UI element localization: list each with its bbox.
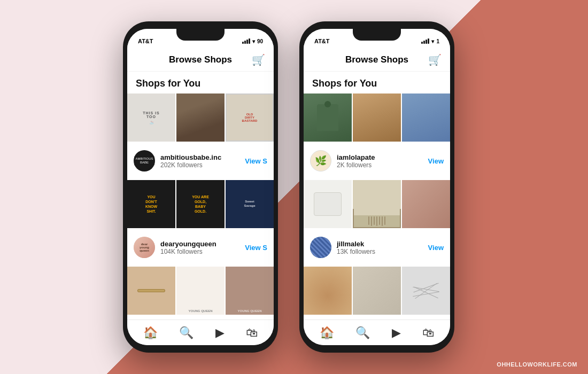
- header-title-left: Browse Shops: [169, 54, 232, 65]
- product-thumb-jeans: [402, 94, 450, 142]
- texture-visual: [353, 267, 401, 315]
- battery-right: 1: [436, 38, 439, 44]
- sweatshirt2-visual: YOU AREGOLD,BABYGOLD.: [176, 180, 225, 228]
- notch-right: [353, 29, 401, 41]
- product-thumb-texture: [353, 267, 401, 315]
- status-right-left: ▾ 90: [242, 38, 263, 44]
- cart-icon-right[interactable]: 🛒: [428, 53, 442, 66]
- product-thumb-sweatshirt1: YOUDON'TKNOWSHIT.: [127, 180, 175, 228]
- wifi-left: ▾: [252, 38, 255, 44]
- bottom-nav-right: 🏠 🔍 ▶ 🛍: [304, 320, 450, 345]
- avatar-text-ambitiousbabe: AMBITIOUSBABE: [134, 156, 154, 166]
- shop-followers-dearyoungqueen: 104K followers: [160, 248, 239, 255]
- hoodie-green-visual: [304, 94, 352, 142]
- nav-home-right[interactable]: 🏠: [315, 324, 338, 342]
- product-grid-jillmalek: [304, 180, 450, 228]
- shop-meta-ambitiousbabe: ambitiousbabe.inc 202K followers: [160, 153, 239, 169]
- product-thumb-sweatshirt2: YOU AREGOLD,BABYGOLD.: [176, 180, 225, 228]
- shop-followers-jillmalek: 13K followers: [337, 248, 423, 255]
- section-title-left: Shops for You: [127, 72, 274, 94]
- left-phone: AT&T ▾ 90 Browse Shops 🛒 Sh: [123, 21, 278, 353]
- shop-name-iamlolapate: iamlolapate: [337, 153, 423, 161]
- product-thumb-pillow: [304, 180, 352, 228]
- avatar-dearyoungqueen: dearyoungqueen: [134, 237, 155, 258]
- product-grid-ambitiousbabe: THIS IS TOO 🧦 OLDDIRTYBASTARD: [127, 94, 274, 142]
- view-shop-iamlolapate[interactable]: View: [428, 157, 444, 165]
- shop-info-ambitiousbabe: AMBITIOUSBABE ambitiousbabe.inc 202K fol…: [127, 146, 274, 176]
- cart-icon-left[interactable]: 🛒: [252, 53, 265, 66]
- product-thumb-bracelet: [127, 267, 175, 315]
- avatar-jillmalek: [310, 237, 331, 258]
- screen-right: AT&T ▾ 1 Browse Shops 🛒 Sho: [304, 29, 450, 345]
- signal-left: [242, 38, 250, 44]
- product-thumb-art: OLDDIRTYBASTARD: [226, 94, 274, 142]
- carrier-right: AT&T: [314, 38, 330, 44]
- fur-visual: [353, 94, 401, 142]
- nav-shop-right[interactable]: 🛍: [418, 324, 438, 342]
- nav-search-right[interactable]: 🔍: [351, 324, 374, 342]
- app-header-left: Browse Shops 🛒: [127, 48, 274, 72]
- product-thumb-hoodie-navy: SweetSavage: [226, 180, 274, 228]
- woven-visual: [402, 180, 450, 228]
- section-title-right: Shops for You: [304, 72, 450, 94]
- product-grid-jillmalek-bottom: [304, 267, 450, 315]
- product-thumb-woven: [402, 180, 450, 228]
- app-header-right: Browse Shops 🛒: [304, 48, 450, 72]
- product-thumb-people: YOUNG QUEEN: [226, 267, 274, 315]
- header-title-right: Browse Shops: [345, 54, 408, 65]
- status-right-right: ▾ 1: [421, 38, 439, 44]
- avatar-iamlolapate: 🌿: [310, 150, 331, 172]
- product-grid-sweatshirts: YOUDON'TKNOWSHIT. YOU AREGOLD,BABYGOLD. …: [127, 180, 274, 228]
- avatar-ambitiousbabe: AMBITIOUSBABE: [134, 150, 155, 172]
- nav-search-left[interactable]: 🔍: [175, 324, 198, 342]
- art-visual: OLDDIRTYBASTARD: [226, 94, 274, 142]
- view-shop-jillmalek[interactable]: View: [428, 244, 444, 252]
- shop-meta-dearyoungqueen: dearyoungqueen 104K followers: [160, 240, 239, 255]
- carrier-left: AT&T: [138, 38, 153, 44]
- bowl-visual: [304, 267, 352, 315]
- nav-home-left[interactable]: 🏠: [139, 324, 162, 342]
- leaf-icon-iamlolapate: 🌿: [315, 155, 327, 167]
- product-thumb-lines: [402, 267, 450, 315]
- shop-info-dearyoungqueen: dearyoungqueen dearyoungqueen 104K follo…: [127, 232, 274, 262]
- screen-left: AT&T ▾ 90 Browse Shops 🛒 Sh: [127, 29, 274, 345]
- right-phone: AT&T ▾ 1 Browse Shops 🛒 Sho: [299, 21, 454, 353]
- shop-followers-ambitiousbabe: 202K followers: [160, 161, 239, 169]
- sweatshirt1-visual: YOUDON'TKNOWSHIT.: [127, 180, 175, 228]
- signal-right: [421, 38, 429, 44]
- bottom-nav-left: 🏠 🔍 ▶ 🛍: [127, 320, 274, 345]
- notch-left: [176, 29, 225, 41]
- content-right: Shops for You: [304, 72, 450, 320]
- shop-info-jillmalek: jillmalek 13K followers View: [304, 232, 450, 262]
- pillow-visual: [304, 180, 352, 228]
- product-thumb-blanket: [176, 94, 225, 142]
- product-thumb-card: YOUNG QUEEN: [176, 267, 225, 315]
- shop-meta-iamlolapate: iamlolapate 2K followers: [337, 153, 423, 169]
- battery-left: 90: [257, 38, 263, 44]
- shop-card-ambitiousbabe: THIS IS TOO 🧦 OLDDIRTYBASTARD: [127, 94, 274, 176]
- shop-meta-jillmalek: jillmalek 13K followers: [337, 240, 423, 255]
- product-thumb-fur: [353, 94, 401, 142]
- product-thumb-fringe: [353, 180, 401, 228]
- view-shop-ambitiousbabe[interactable]: View S: [245, 157, 267, 165]
- fringe-visual: [353, 180, 401, 228]
- wifi-right: ▾: [431, 38, 434, 44]
- nav-shop-left[interactable]: 🛍: [242, 324, 262, 342]
- nav-video-left[interactable]: ▶: [211, 324, 229, 342]
- product-grid-dearyoungqueen-bottom: YOUNG QUEEN YOUNG QUEEN: [127, 267, 274, 315]
- lines-visual: [402, 267, 450, 315]
- blanket-visual: [176, 94, 225, 142]
- jeans-visual: [402, 94, 450, 142]
- product-thumb-bowl: [304, 267, 352, 315]
- shop-name-ambitiousbabe: ambitiousbabe.inc: [160, 153, 239, 161]
- shop-info-iamlolapate: 🌿 iamlolapate 2K followers View: [304, 146, 450, 176]
- shop-card-jillmalek: jillmalek 13K followers View: [304, 180, 450, 262]
- card-visual: YOUNG QUEEN: [176, 267, 225, 315]
- people-visual: YOUNG QUEEN: [226, 267, 274, 315]
- bracelet-visual: [127, 267, 175, 315]
- shop-card-iamlolapate: 🌿 iamlolapate 2K followers View: [304, 94, 450, 176]
- shop-name-jillmalek: jillmalek: [337, 240, 423, 248]
- nav-video-right[interactable]: ▶: [388, 324, 405, 342]
- hoodie-navy-visual: SweetSavage: [226, 180, 274, 228]
- view-shop-dearyoungqueen[interactable]: View S: [245, 244, 267, 252]
